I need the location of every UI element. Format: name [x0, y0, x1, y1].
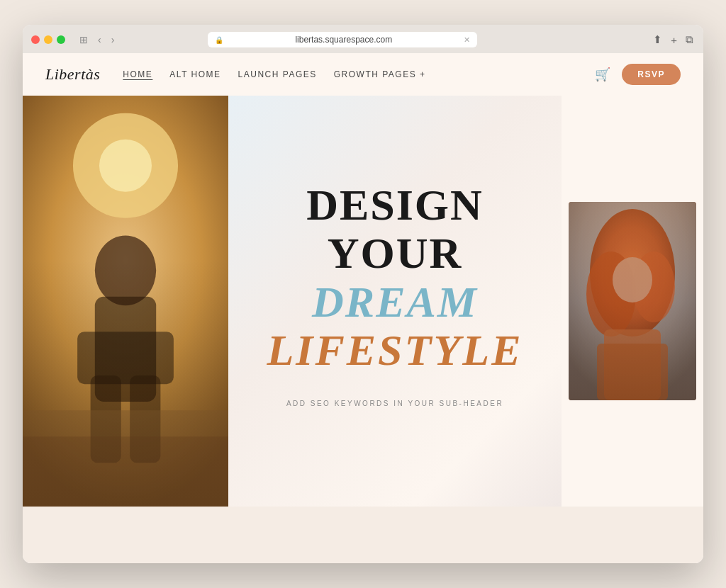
- nav-link-growth-pages[interactable]: GROWTH PAGES +: [334, 69, 426, 79]
- svg-rect-10: [569, 202, 696, 400]
- forward-button[interactable]: ›: [108, 33, 118, 46]
- svg-point-2: [99, 140, 152, 192]
- website-content: Libertàs HOME ALT HOME LAUNCH PAGES GROW…: [23, 53, 703, 563]
- cart-icon[interactable]: 🛒: [595, 67, 610, 82]
- svg-rect-17: [569, 202, 696, 400]
- address-bar[interactable]: 🔒 libertas.squarespace.com ✕: [208, 32, 477, 47]
- hero-word-your: YOUR: [328, 229, 463, 277]
- svg-rect-15: [604, 329, 661, 400]
- svg-rect-4: [95, 297, 156, 402]
- svg-point-13: [632, 251, 675, 322]
- svg-point-14: [613, 257, 652, 303]
- hero-word-dream: DREAM: [312, 278, 478, 326]
- hero-section: DESIGN YOUR DREAM LIFESTYLE ADD SEO KEYW…: [23, 96, 703, 507]
- hero-image-right: [562, 96, 703, 507]
- share-icon[interactable]: ⬆: [652, 32, 664, 47]
- nav-links: HOME ALT HOME LAUNCH PAGES GROWTH PAGES …: [123, 69, 595, 79]
- nav-link-launch-pages[interactable]: LAUNCH PAGES: [238, 69, 317, 79]
- site-bottom: [23, 507, 703, 563]
- hero-line-design: DESIGN: [257, 181, 533, 229]
- url-text: libertas.squarespace.com: [228, 35, 459, 45]
- browser-controls: ⊞ ‹ ›: [77, 33, 117, 46]
- browser-chrome: ⊞ ‹ › 🔒 libertas.squarespace.com ✕ ⬆ + ⧉: [23, 25, 703, 53]
- address-clear-icon[interactable]: ✕: [464, 35, 470, 45]
- hero-image-left-placeholder: [23, 96, 228, 507]
- svg-rect-9: [23, 436, 228, 507]
- hero-right-svg: [569, 202, 696, 400]
- browser-actions: ⬆ + ⧉: [652, 32, 695, 47]
- hero-line-your-dream: YOUR DREAM: [257, 229, 533, 325]
- tile-icon[interactable]: ⧉: [684, 32, 695, 47]
- nav-right: 🛒 RSVP: [595, 64, 681, 85]
- svg-rect-8: [23, 410, 228, 507]
- nav-link-alt-home[interactable]: ALT HOME: [169, 69, 220, 79]
- rsvp-button[interactable]: RSVP: [622, 64, 681, 85]
- hero-title: DESIGN YOUR DREAM LIFESTYLE: [257, 181, 533, 374]
- hero-left-svg: [23, 96, 228, 507]
- back-button[interactable]: ‹: [95, 33, 104, 46]
- site-logo[interactable]: Libertàs: [45, 65, 100, 84]
- hero-center: DESIGN YOUR DREAM LIFESTYLE ADD SEO KEYW…: [228, 96, 562, 507]
- close-button[interactable]: [31, 35, 40, 44]
- svg-point-11: [590, 209, 675, 337]
- minimize-button[interactable]: [44, 35, 52, 44]
- hero-image-right-placeholder: [569, 202, 696, 400]
- window-icon[interactable]: ⊞: [77, 33, 91, 46]
- svg-rect-6: [91, 375, 121, 463]
- hero-line-lifestyle: LIFESTYLE: [257, 326, 533, 374]
- hero-image-left: [23, 96, 228, 507]
- maximize-button[interactable]: [57, 35, 65, 44]
- svg-rect-16: [597, 344, 668, 400]
- traffic-lights: [31, 35, 65, 44]
- lock-icon: 🔒: [215, 36, 223, 44]
- hero-subtitle: ADD SEO KEYWORDS IN YOUR SUB-HEADER: [286, 400, 503, 407]
- svg-point-12: [586, 251, 636, 337]
- new-tab-icon[interactable]: +: [669, 33, 678, 47]
- svg-rect-5: [77, 332, 174, 384]
- nav-link-home[interactable]: HOME: [123, 69, 152, 79]
- svg-point-3: [95, 235, 156, 305]
- svg-rect-7: [130, 375, 160, 463]
- site-nav: Libertàs HOME ALT HOME LAUNCH PAGES GROW…: [23, 53, 703, 96]
- browser-window: ⊞ ‹ › 🔒 libertas.squarespace.com ✕ ⬆ + ⧉…: [23, 25, 703, 563]
